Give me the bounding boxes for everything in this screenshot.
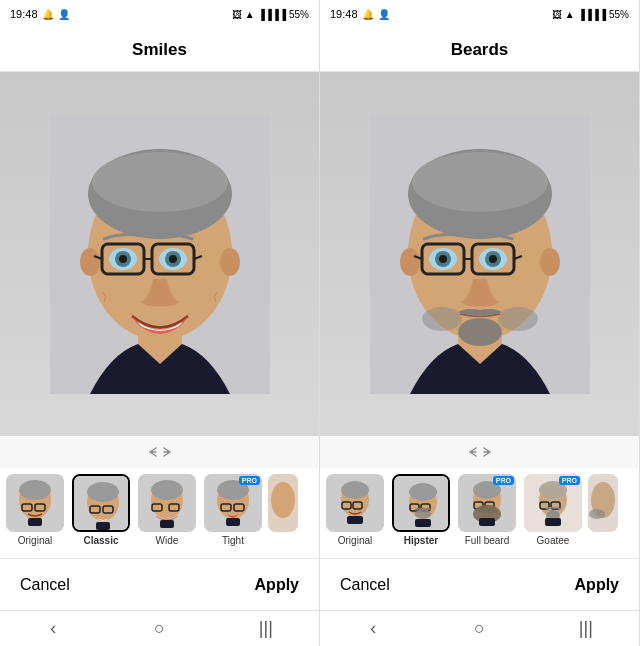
thumb-img-more-beards: [588, 474, 618, 532]
svg-point-20: [19, 480, 51, 500]
battery-icon: 55%: [289, 9, 309, 20]
thumb-face-more: [268, 474, 298, 532]
title-bar-beards: Beards: [320, 28, 639, 72]
status-left: 19:48 🔔 👤: [10, 8, 70, 20]
thumb-img-more: [268, 474, 298, 532]
thumb-img-classic[interactable]: [72, 474, 130, 532]
svg-rect-29: [96, 522, 110, 530]
nav-bar-beards: ‹ ○ |||: [320, 610, 639, 646]
svg-point-64: [498, 307, 538, 331]
panel-title-beards: Beards: [451, 40, 509, 60]
svg-point-5: [80, 248, 100, 276]
apply-button-beards[interactable]: Apply: [575, 576, 619, 594]
svg-point-73: [409, 483, 437, 501]
thumb-img-fullbeard[interactable]: PRO: [458, 474, 516, 532]
cancel-button-beards[interactable]: Cancel: [340, 576, 390, 594]
svg-point-58: [439, 255, 447, 263]
bottom-bar-beards: Cancel Apply: [320, 558, 639, 610]
title-bar-smiles: Smiles: [0, 28, 319, 72]
thumb-label-fullbeard: Full beard: [465, 535, 509, 546]
svg-point-76: [415, 509, 431, 519]
face-photo-beards: [320, 72, 639, 436]
svg-point-84: [477, 505, 497, 513]
signal-icon-beards: ▐▐▐▐: [578, 9, 606, 20]
svg-rect-92: [545, 518, 561, 526]
panel-title: Smiles: [132, 40, 187, 60]
status-bar-smiles: 19:48 🔔 👤 🖼 ▲ ▐▐▐▐ 55%: [0, 0, 319, 28]
recent-nav-icon-beards[interactable]: |||: [566, 615, 606, 643]
thumb-fullbeard[interactable]: PRO Full beard: [456, 474, 518, 546]
svg-point-32: [151, 480, 183, 500]
thumb-original-beards[interactable]: Original: [324, 474, 386, 546]
home-nav-icon-beards[interactable]: ○: [459, 615, 499, 643]
drag-handle-icon-beards[interactable]: [464, 440, 496, 464]
thumb-original[interactable]: Original: [4, 474, 66, 546]
main-image-beards: [320, 72, 639, 436]
status-bar-beards: 19:48 🔔 👤 🖼 ▲ ▐▐▐▐ 55%: [320, 0, 639, 28]
time-display: 19:48: [10, 8, 38, 20]
wifi-icon: ▲: [245, 9, 255, 20]
svg-rect-41: [226, 518, 240, 526]
back-nav-icon-beards[interactable]: ‹: [353, 615, 393, 643]
svg-rect-35: [160, 520, 174, 528]
svg-rect-70: [347, 516, 363, 524]
thumb-label-original-beards: Original: [338, 535, 372, 546]
thumb-tight[interactable]: PRO Tight: [202, 474, 264, 546]
cancel-button-smiles[interactable]: Cancel: [20, 576, 70, 594]
thumb-label-goatee: Goatee: [537, 535, 570, 546]
status-left-beards: 19:48 🔔 👤: [330, 8, 390, 20]
thumb-label-classic: Classic: [83, 535, 118, 546]
drag-handle-icon[interactable]: [144, 440, 176, 464]
image-icon: 🖼: [232, 9, 242, 20]
thumb-classic[interactable]: Classic: [70, 474, 132, 546]
back-nav-icon[interactable]: ‹: [33, 615, 73, 643]
face-svg-smiles: [50, 114, 270, 394]
thumb-hipster[interactable]: Hipster: [390, 474, 452, 546]
svg-point-49: [400, 248, 420, 276]
thumb-more-beards: [588, 474, 618, 532]
thumb-face-original: [6, 474, 64, 532]
svg-point-4: [92, 152, 228, 212]
thumb-img-tight[interactable]: PRO: [204, 474, 262, 532]
panel-beards: 19:48 🔔 👤 🖼 ▲ ▐▐▐▐ 55% Beards: [320, 0, 640, 646]
notification-dot-icon: 🔔: [42, 9, 54, 20]
svg-point-67: [341, 481, 369, 499]
thumb-img-original-beards[interactable]: [326, 474, 384, 532]
recent-nav-icon[interactable]: |||: [246, 615, 286, 643]
nav-bar-smiles: ‹ ○ |||: [0, 610, 319, 646]
thumb-goatee[interactable]: PRO Goatee: [522, 474, 584, 546]
thumb-face-wide: [138, 474, 196, 532]
thumb-face-classic: [74, 476, 130, 532]
thumb-face-original-beards: [326, 474, 384, 532]
home-nav-icon[interactable]: ○: [139, 615, 179, 643]
user-icon-beards: 👤: [378, 9, 390, 20]
thumb-label-hipster: Hipster: [404, 535, 438, 546]
svg-point-43: [271, 482, 295, 518]
image-icon-beards: 🖼: [552, 9, 562, 20]
svg-rect-23: [28, 518, 42, 526]
svg-point-48: [412, 152, 548, 212]
apply-button-smiles[interactable]: Apply: [255, 576, 299, 594]
pro-badge-tight: PRO: [239, 476, 260, 485]
thumb-img-hipster[interactable]: [392, 474, 450, 532]
thumb-label-original: Original: [18, 535, 52, 546]
thumb-label-tight: Tight: [222, 535, 244, 546]
thumb-img-wide[interactable]: [138, 474, 196, 532]
user-icon: 👤: [58, 9, 70, 20]
thumb-img-original[interactable]: [6, 474, 64, 532]
thumbnails-beards: Original Hipster P: [320, 468, 639, 558]
thumb-img-goatee[interactable]: PRO: [524, 474, 582, 532]
status-right-beards: 🖼 ▲ ▐▐▐▐ 55%: [552, 9, 629, 20]
svg-point-50: [540, 248, 560, 276]
drag-handle-row-beards: [320, 436, 639, 468]
face-svg-beards: [370, 114, 590, 394]
svg-point-6: [220, 248, 240, 276]
svg-point-61: [489, 255, 497, 263]
battery-icon-beards: 55%: [609, 9, 629, 20]
wifi-icon-beards: ▲: [565, 9, 575, 20]
drag-handle-row-smiles: [0, 436, 319, 468]
svg-rect-85: [479, 518, 495, 526]
thumb-wide[interactable]: Wide: [136, 474, 198, 546]
thumb-face-hipster: [394, 476, 450, 532]
thumb-face-more-beards: [588, 474, 618, 532]
